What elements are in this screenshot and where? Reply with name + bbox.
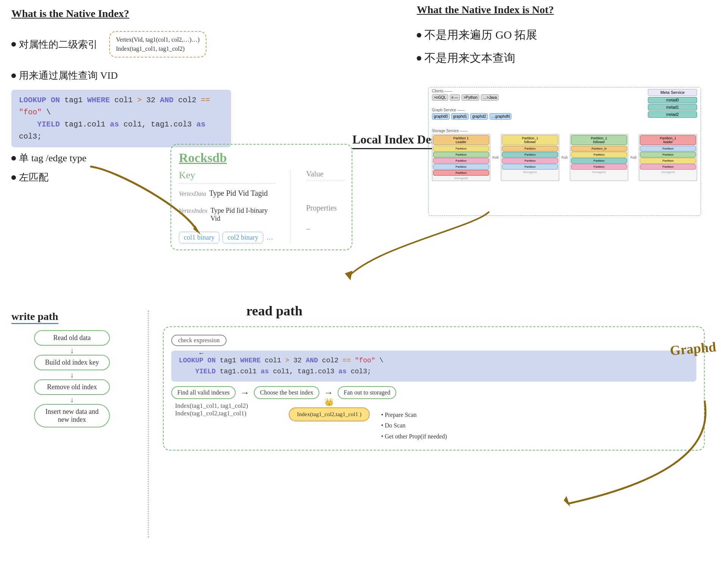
metad2: metad2 bbox=[648, 111, 697, 118]
bullet-single-tag bbox=[11, 156, 16, 161]
what-is-not-section: What the Native Index is Not? 不是用来遍历 GO … bbox=[417, 4, 682, 66]
bullet-left-match-text: 左匹配 bbox=[19, 171, 48, 184]
partition-group-2: Partition_1follower Partition Partition … bbox=[501, 134, 559, 181]
graphd1: graphd1 bbox=[451, 113, 469, 120]
part-3-f1: Partition_N bbox=[571, 146, 627, 151]
part-1-f3: Partition bbox=[433, 158, 489, 164]
client-ngql: >nGQL bbox=[432, 94, 448, 101]
check-expression-box: check expression bbox=[171, 335, 227, 346]
section-title-what-is: What is the Native Index? bbox=[11, 8, 231, 20]
partition-group-1: Partition 1Leader Partition Partition Pa… bbox=[432, 134, 490, 181]
what-is-native-index-section: What is the Native Index? 对属性的二级索引 Verte… bbox=[11, 8, 231, 147]
write-path-section: write path Read old data ↓ Build old ind… bbox=[11, 310, 133, 427]
vertex-data-row: Type Pid Vid Tagid bbox=[209, 189, 268, 198]
vertex-index-row: Type Pid Iid I-binary Vid bbox=[211, 207, 275, 223]
bullet-dot-not-1 bbox=[417, 33, 421, 37]
rocksdb-value-label: Value bbox=[306, 170, 344, 178]
part-2-f3: Partition bbox=[502, 158, 558, 164]
write-step-3: Remove old index bbox=[34, 379, 110, 395]
rocksdb-section: Rocksdb Key VertexData Type Pid Vid Tagi… bbox=[170, 144, 352, 250]
part-1-leader: Partition 1Leader bbox=[433, 135, 489, 145]
find-indexes-box: Find all valid indexes bbox=[171, 386, 236, 399]
client-items: >nGQL ≡— >Python …>Java bbox=[432, 94, 644, 101]
col2-binary: col2 binary bbox=[222, 232, 263, 243]
part-2-top: Partition_1follower bbox=[502, 135, 558, 145]
storaged2: Storaged2 bbox=[571, 170, 627, 174]
rocksdb-properties-label: Properties bbox=[306, 204, 344, 212]
scan-item-2: • Do Scan bbox=[381, 420, 447, 431]
part-3-f3: Partition bbox=[571, 158, 627, 164]
read-path-flow: Find all valid indexes → Choose the best… bbox=[171, 386, 696, 399]
vertex-index-label: VertexIndex bbox=[179, 207, 208, 214]
graph-service-label: Graph Service —— bbox=[432, 108, 644, 112]
read-path-title: read path bbox=[246, 303, 705, 319]
client-console: ≡— bbox=[450, 94, 460, 101]
section-title-what-is-not: What the Native Index is Not? bbox=[417, 4, 682, 16]
graphd2: graphd2 bbox=[470, 113, 488, 120]
lookup-code-block: LOOKUP ON tag1 WHERE col1 > 32 AND col2 … bbox=[11, 90, 231, 147]
bullet-not-2: 不是用来文本查询 bbox=[424, 50, 515, 66]
metad0: metad0 bbox=[648, 97, 697, 103]
meta-service-box: Meta Service metad0 metad1 metad2 bbox=[648, 89, 697, 118]
storaged0: Storaged0 bbox=[433, 176, 489, 180]
part-4-f3: Partition bbox=[640, 158, 696, 164]
graphd0: graphd0 bbox=[432, 113, 450, 120]
vertex-box-line2: Index(tag1_col1, tag1_col2) bbox=[116, 45, 200, 52]
part-3-rest: Partition_N Partition Partition Partitio… bbox=[571, 146, 627, 170]
svg-marker-1 bbox=[345, 271, 352, 280]
vertex-index-box: Vertex(Vid, tag1(col1, col2,…)…) Index(t… bbox=[109, 31, 206, 58]
part-2-rest: Partition Partition Partition Partition bbox=[502, 146, 558, 170]
write-path-title-underline: write path bbox=[11, 310, 58, 324]
arrow-arch-curve bbox=[341, 208, 493, 284]
part-4-f1: Partition bbox=[640, 146, 696, 151]
rocksdb-key-label: Key bbox=[179, 170, 275, 181]
arrow-step-2: ↓ bbox=[70, 370, 74, 379]
bullet-single-tag-text: 单 tag /edge type bbox=[19, 151, 86, 165]
client-python: >Python bbox=[461, 94, 479, 101]
fan-out-box: Fan out to storaged bbox=[338, 386, 396, 399]
write-step-1: Read old data bbox=[34, 330, 110, 346]
client-java: …>Java bbox=[481, 94, 499, 101]
partition-groups: Partition 1Leader Partition Partition Pa… bbox=[432, 134, 697, 181]
bullet-dot-2 bbox=[11, 73, 16, 78]
choose-index-box: Choose the best index bbox=[254, 386, 319, 399]
scan-item-3: • Get other Prop(if needed) bbox=[381, 431, 447, 442]
write-path-title: write path bbox=[11, 310, 133, 323]
part-4-f2: Partition bbox=[640, 152, 696, 158]
vertex-box-line1: Vertex(Vid, tag1(col1, col2,…)…) bbox=[116, 36, 200, 43]
bullet-dot-1 bbox=[11, 42, 16, 47]
raft-2: Raft bbox=[561, 134, 568, 181]
meta-service-label: Meta Service bbox=[648, 89, 697, 96]
svg-marker-2 bbox=[564, 496, 570, 507]
read-path-box: check expression ↓ LOOKUP ON tag1 WHERE … bbox=[163, 326, 705, 451]
part-4-f4: Partition bbox=[640, 164, 696, 170]
architecture-diagram: Meta Service metad0 metad1 metad2 Client… bbox=[428, 87, 701, 216]
graph-service-section: Graph Service —— graphd0 graphd1 graphd2… bbox=[432, 108, 644, 120]
arrow-choose-fanout: → bbox=[324, 387, 333, 398]
bullet-not-1: 不是用来遍历 GO 拓展 bbox=[424, 27, 537, 43]
part-2-f2: Partition bbox=[502, 152, 558, 158]
graphd-nodes: graphd0 graphd1 graphd2 …graphdN bbox=[432, 113, 644, 120]
storaged1: Storaged1 bbox=[502, 170, 558, 174]
arrow-step-3: ↓ bbox=[70, 395, 74, 404]
part-1-followers: Partition Partition Partition Partition … bbox=[433, 146, 489, 176]
storage-service-label: Storage Service —— bbox=[432, 129, 697, 133]
storaged3: Storaged3 bbox=[640, 170, 696, 174]
clients-label: Clients —— bbox=[432, 89, 644, 93]
arrow-step-1: ↓ bbox=[70, 346, 74, 355]
bullet-dot-not-2 bbox=[417, 56, 421, 61]
part-2-f4: Partition bbox=[502, 164, 558, 170]
bullet-text-1: 对属性的二级索引 bbox=[19, 38, 98, 51]
best-index-area: 👑 Index(tag1_col2,tag1_col1 ) • Prepare … bbox=[289, 406, 696, 442]
arrow-find-choose: → bbox=[240, 387, 249, 398]
part-1-f2: Partition bbox=[433, 152, 489, 158]
part-3-top: Partition_1follower bbox=[571, 135, 627, 145]
middle-left-bullets: 单 tag /edge type 左匹配 bbox=[11, 151, 86, 184]
raft-3: Raft bbox=[630, 134, 637, 181]
part-3-f4: Partition bbox=[571, 164, 627, 170]
read-path-code: LOOKUP ON tag1 WHERE col1 > 32 AND col2 … bbox=[171, 351, 696, 382]
part-1-f5: Partition bbox=[433, 170, 489, 176]
vertex-data-label: VertexData bbox=[179, 190, 206, 197]
graphdN: …graphdN bbox=[490, 113, 511, 120]
partition-group-4: Partition_1leader Partition Partition Pa… bbox=[639, 134, 697, 181]
